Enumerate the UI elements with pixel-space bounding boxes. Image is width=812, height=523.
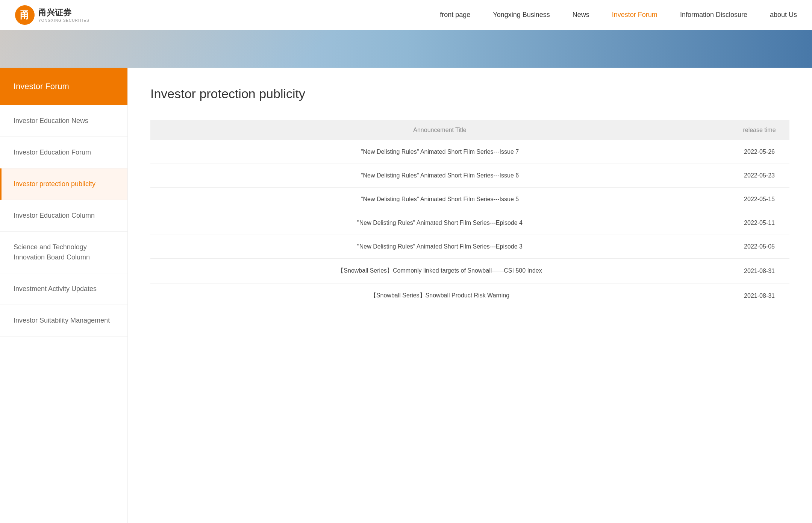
sidebar-menu: Investor Education News Investor Educati… bbox=[0, 105, 127, 337]
col-announcement-title: Announcement Title bbox=[150, 120, 729, 140]
table-row[interactable]: "New Delisting Rules" Animated Short Fil… bbox=[150, 235, 789, 259]
nav-item-news[interactable]: News bbox=[573, 11, 589, 19]
table-cell-title: 【Snowball Series】Snowball Product Risk W… bbox=[150, 283, 729, 308]
logo-en: YONGXING SECURITIES bbox=[38, 18, 89, 23]
logo-area: 甬 甬兴证券 YONGXING SECURITIES bbox=[15, 5, 89, 25]
sidebar-item-science-technology-board[interactable]: Science and Technology Innovation Board … bbox=[0, 232, 127, 273]
table-cell-date: 2021-08-31 bbox=[729, 283, 789, 308]
sidebar-item-investor-education-news[interactable]: Investor Education News bbox=[0, 105, 127, 137]
table-cell-title: 【Snowball Series】Commonly linked targets… bbox=[150, 259, 729, 283]
table-cell-title: "New Delisting Rules" Animated Short Fil… bbox=[150, 164, 729, 188]
sidebar-header: Investor Forum bbox=[0, 68, 127, 105]
table-row[interactable]: 【Snowball Series】Snowball Product Risk W… bbox=[150, 283, 789, 308]
nav-item-information-disclosure[interactable]: Information Disclosure bbox=[680, 11, 747, 19]
sidebar-item-investor-education-forum[interactable]: Investor Education Forum bbox=[0, 137, 127, 168]
hero-banner bbox=[0, 30, 812, 68]
nav-item-about-us[interactable]: about Us bbox=[770, 11, 797, 19]
table-row[interactable]: "New Delisting Rules" Animated Short Fil… bbox=[150, 211, 789, 235]
col-release-time: release time bbox=[729, 120, 789, 140]
sidebar-header-label: Investor Forum bbox=[14, 82, 69, 91]
table-cell-date: 2022-05-23 bbox=[729, 164, 789, 188]
svg-text:甬: 甬 bbox=[20, 9, 30, 21]
sidebar-item-investor-protection-publicity[interactable]: Investor protection publicity bbox=[0, 168, 127, 200]
main-container: Investor Forum Investor Education News I… bbox=[0, 68, 812, 523]
table-cell-date: 2022-05-11 bbox=[729, 211, 789, 235]
table-cell-title: "New Delisting Rules" Animated Short Fil… bbox=[150, 211, 729, 235]
table-row[interactable]: "New Delisting Rules" Animated Short Fil… bbox=[150, 140, 789, 164]
table-row[interactable]: "New Delisting Rules" Animated Short Fil… bbox=[150, 188, 789, 211]
table-cell-date: 2022-05-05 bbox=[729, 235, 789, 259]
logo-cn: 甬兴证券 bbox=[38, 7, 89, 18]
logo-icon: 甬 bbox=[15, 5, 35, 25]
table-cell-title: "New Delisting Rules" Animated Short Fil… bbox=[150, 235, 729, 259]
main-nav: front page Yongxing Business News Invest… bbox=[112, 11, 797, 19]
header: 甬 甬兴证券 YONGXING SECURITIES front page Yo… bbox=[0, 0, 812, 30]
sidebar-item-investor-education-column[interactable]: Investor Education Column bbox=[0, 200, 127, 232]
page-title: Investor protection publicity bbox=[150, 86, 789, 101]
table-cell-date: 2022-05-26 bbox=[729, 140, 789, 164]
table-cell-title: "New Delisting Rules" Animated Short Fil… bbox=[150, 188, 729, 211]
nav-item-investor-forum[interactable]: Investor Forum bbox=[612, 11, 657, 19]
content-area: Investor protection publicity Announceme… bbox=[128, 68, 812, 523]
table-cell-date: 2021-08-31 bbox=[729, 259, 789, 283]
logo-text: 甬兴证券 YONGXING SECURITIES bbox=[38, 7, 89, 23]
table-row[interactable]: "New Delisting Rules" Animated Short Fil… bbox=[150, 164, 789, 188]
table-cell-title: "New Delisting Rules" Animated Short Fil… bbox=[150, 140, 729, 164]
table-row[interactable]: 【Snowball Series】Commonly linked targets… bbox=[150, 259, 789, 283]
sidebar-item-investor-suitability-management[interactable]: Investor Suitability Management bbox=[0, 305, 127, 337]
sidebar: Investor Forum Investor Education News I… bbox=[0, 68, 128, 523]
nav-item-front-page[interactable]: front page bbox=[440, 11, 470, 19]
sidebar-item-investment-activity-updates[interactable]: Investment Activity Updates bbox=[0, 273, 127, 305]
nav-item-yongxing-business[interactable]: Yongxing Business bbox=[493, 11, 550, 19]
table-cell-date: 2022-05-15 bbox=[729, 188, 789, 211]
table-header-row: Announcement Title release time bbox=[150, 120, 789, 140]
announcement-table: Announcement Title release time "New Del… bbox=[150, 120, 789, 308]
